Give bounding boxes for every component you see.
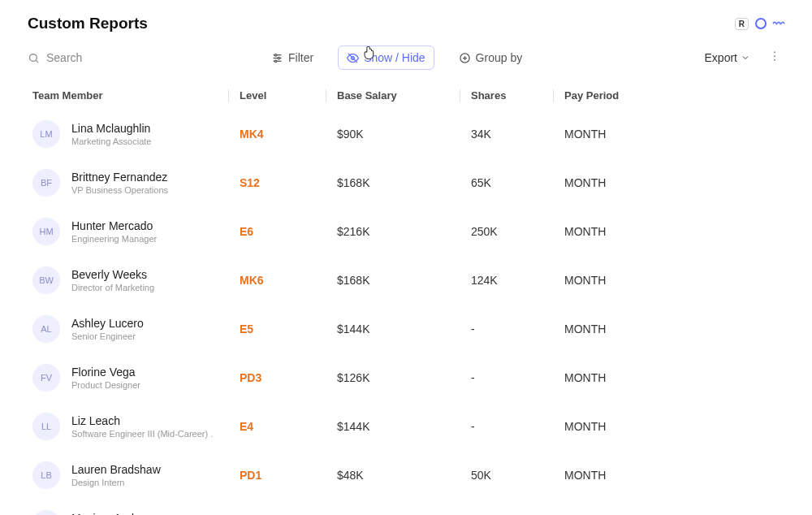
group-by-label: Group by (476, 51, 523, 64)
member-name: Brittney Fernandez (71, 170, 168, 184)
col-period-label: Pay Period (564, 89, 619, 102)
salary-cell: $90K (337, 128, 471, 141)
period-cell: MONTH (564, 274, 727, 287)
col-shares[interactable]: Shares (471, 89, 564, 102)
member-cell: FVFlorine VegaProduct Designer (32, 364, 240, 392)
member-cell: LBLauren BradshawDesign Intern (32, 461, 240, 489)
wave-icon: 〰 (773, 17, 784, 30)
salary-cell: $216K (337, 225, 471, 238)
group-icon (459, 52, 471, 64)
period-cell: MONTH (564, 176, 727, 189)
table-row[interactable]: LMLina MclaughlinMarketing AssociateMK4$… (0, 110, 812, 158)
member-name: Lina Mclaughlin (71, 121, 151, 136)
member-name: Maximo Anderson (71, 511, 162, 515)
more-vertical-icon (768, 50, 781, 63)
svg-point-7 (274, 60, 277, 63)
salary-cell: $126K (337, 371, 471, 384)
shares-cell: 50K (471, 469, 564, 482)
member-cell: LMLina MclaughlinMarketing Associate (32, 120, 240, 148)
member-name: Ashley Lucero (71, 316, 144, 331)
table-row[interactable]: MAMaximo AndersonSenior DesignerPD4$168K… (0, 500, 812, 515)
avatar: LM (32, 120, 60, 148)
table-row[interactable]: HMHunter MercadoEngineering ManagerE6$21… (0, 207, 812, 256)
table-row[interactable]: BWBeverly WeeksDirector of MarketingMK6$… (0, 256, 812, 305)
search-icon (28, 52, 40, 64)
svg-point-0 (30, 54, 37, 61)
filter-label: Filter (288, 51, 313, 64)
search-wrapper[interactable] (28, 51, 239, 64)
salary-cell: $168K (337, 176, 471, 189)
salary-cell: $168K (337, 274, 471, 287)
col-pay-period[interactable]: Pay Period (564, 89, 727, 102)
shares-cell: 124K (471, 274, 564, 287)
avatar: BW (32, 266, 60, 294)
level-cell: PD1 (240, 469, 337, 482)
avatar: LB (32, 461, 60, 489)
member-name: Lauren Bradshaw (71, 462, 161, 477)
member-info: Brittney FernandezVP Business Operations (71, 170, 168, 196)
member-title: VP Business Operations (71, 184, 168, 196)
member-info: Florine VegaProduct Designer (71, 365, 140, 391)
member-info: Maximo AndersonSenior Designer (71, 511, 162, 515)
col-base-salary[interactable]: Base Salary (337, 89, 471, 102)
level-cell: E5 (240, 322, 337, 335)
member-title: Software Engineer III (Mid-Career) . (71, 428, 213, 439)
col-team-member[interactable]: Team Member (32, 89, 240, 102)
svg-point-12 (774, 55, 775, 57)
table-row[interactable]: LLLiz LeachSoftware Engineer III (Mid-Ca… (0, 402, 812, 451)
table-header: Team Member Level Base Salary Shares Pay… (0, 81, 812, 110)
col-level[interactable]: Level (240, 89, 337, 102)
level-cell: E6 (240, 225, 337, 238)
member-info: Lina MclaughlinMarketing Associate (71, 121, 151, 147)
member-info: Hunter MercadoEngineering Manager (71, 219, 157, 245)
export-button[interactable]: Export (705, 51, 750, 64)
data-table: Team Member Level Base Salary Shares Pay… (0, 81, 812, 515)
shares-cell: - (471, 371, 564, 384)
show-hide-button[interactable]: Show / Hide (338, 45, 434, 70)
toolbar: Filter Show / Hide Group by Export (0, 39, 812, 81)
col-salary-label: Base Salary (337, 89, 397, 102)
page-header: Custom Reports R 〰 (0, 0, 812, 39)
avatar: MA (32, 510, 60, 515)
shares-cell: 65K (471, 176, 564, 189)
member-cell: BWBeverly WeeksDirector of Marketing (32, 266, 240, 294)
member-info: Lauren BradshawDesign Intern (71, 462, 161, 488)
col-shares-label: Shares (471, 89, 506, 102)
show-hide-label: Show / Hide (364, 51, 425, 64)
table-row[interactable]: LBLauren BradshawDesign InternPD1$48K50K… (0, 451, 812, 500)
avatar: LL (32, 413, 60, 440)
export-label: Export (705, 51, 737, 64)
more-menu-button[interactable] (765, 46, 784, 69)
period-cell: MONTH (564, 322, 727, 335)
page-title: Custom Reports (28, 15, 148, 32)
table-row[interactable]: FVFlorine VegaProduct DesignerPD3$126K-M… (0, 353, 812, 402)
filter-button[interactable]: Filter (263, 46, 322, 69)
period-cell: MONTH (564, 225, 727, 238)
shares-cell: 34K (471, 128, 564, 141)
member-title: Product Designer (71, 379, 140, 391)
member-title: Engineering Manager (71, 233, 157, 245)
toolbar-right: Export (705, 46, 784, 69)
table-row[interactable]: BFBrittney FernandezVP Business Operatio… (0, 158, 812, 207)
member-title: Senior Engineer (71, 331, 144, 342)
member-title: Director of Marketing (71, 282, 154, 293)
member-title: Design Intern (71, 477, 161, 488)
toolbar-center: Filter Show / Hide Group by (255, 45, 689, 70)
member-name: Liz Leach (71, 413, 213, 428)
avatar: HM (32, 218, 60, 245)
member-info: Ashley LuceroSenior Engineer (71, 316, 144, 342)
svg-point-6 (278, 57, 280, 59)
member-name: Beverly Weeks (71, 267, 154, 282)
table-row[interactable]: ALAshley LuceroSenior EngineerE5$144K-MO… (0, 305, 812, 353)
member-cell: LLLiz LeachSoftware Engineer III (Mid-Ca… (32, 413, 240, 440)
shares-cell: - (471, 420, 564, 433)
avatar: AL (32, 315, 60, 343)
status-circle-icon (755, 18, 767, 29)
level-cell: E4 (240, 420, 337, 433)
search-input[interactable] (46, 51, 209, 64)
level-cell: MK4 (240, 128, 337, 141)
group-by-button[interactable]: Group by (451, 46, 531, 69)
salary-cell: $144K (337, 420, 471, 433)
period-cell: MONTH (564, 371, 727, 384)
chevron-down-icon (741, 53, 750, 63)
